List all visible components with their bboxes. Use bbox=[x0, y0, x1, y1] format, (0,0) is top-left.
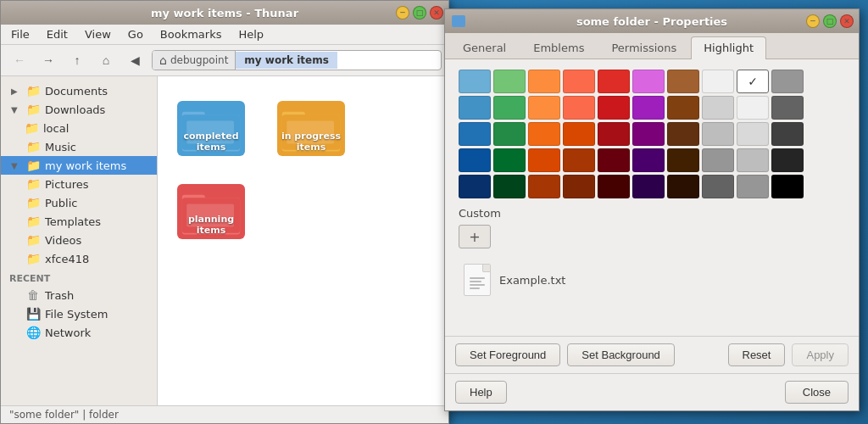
color-swatch[interactable] bbox=[702, 122, 734, 146]
color-swatch[interactable] bbox=[771, 175, 804, 198]
color-swatch[interactable] bbox=[667, 70, 699, 93]
tab-emblems[interactable]: Emblems bbox=[520, 36, 597, 59]
color-swatch[interactable] bbox=[459, 96, 491, 120]
menu-view[interactable]: View bbox=[78, 26, 118, 42]
color-swatch[interactable] bbox=[702, 96, 734, 120]
color-swatch[interactable] bbox=[737, 175, 769, 198]
thunar-maximize-button[interactable]: □ bbox=[413, 6, 426, 20]
color-swatch[interactable] bbox=[598, 70, 630, 93]
color-swatch[interactable] bbox=[667, 122, 699, 146]
color-swatch[interactable] bbox=[667, 148, 699, 172]
nav-left-button[interactable]: ◀ bbox=[123, 48, 147, 72]
thunar-minimize-button[interactable]: ─ bbox=[396, 6, 409, 20]
sidebar-item-my-work-items[interactable]: ▼ 📁 my work items bbox=[1, 156, 157, 175]
apply-button[interactable]: Apply bbox=[792, 343, 849, 366]
color-swatch[interactable] bbox=[632, 70, 665, 93]
thunar-window-controls: ─ □ ✕ bbox=[396, 6, 443, 20]
color-swatch[interactable] bbox=[528, 122, 560, 146]
color-swatch[interactable] bbox=[737, 96, 769, 120]
close-button[interactable]: Close bbox=[785, 381, 849, 404]
props-maximize-button[interactable]: □ bbox=[823, 14, 837, 28]
color-swatch[interactable] bbox=[702, 175, 734, 198]
color-swatch[interactable] bbox=[493, 122, 526, 146]
custom-add-button[interactable]: + bbox=[459, 225, 491, 248]
tab-highlight[interactable]: Highlight bbox=[691, 36, 766, 59]
sidebar-item-videos[interactable]: ▶ 📁 Videos bbox=[1, 231, 157, 249]
color-swatch[interactable] bbox=[598, 96, 630, 120]
color-swatch[interactable] bbox=[528, 175, 560, 198]
color-swatch[interactable] bbox=[459, 148, 491, 172]
color-swatch[interactable] bbox=[632, 122, 665, 146]
color-swatch[interactable] bbox=[528, 70, 560, 93]
props-close-button[interactable]: ✕ bbox=[840, 14, 854, 28]
sidebar-item-pictures[interactable]: ▶ 📁 Pictures bbox=[1, 175, 157, 193]
color-swatch[interactable] bbox=[632, 96, 665, 120]
color-swatch[interactable] bbox=[459, 70, 491, 93]
color-swatch[interactable] bbox=[528, 148, 560, 172]
set-background-button[interactable]: Set Background bbox=[567, 343, 675, 366]
sidebar-item-filesystem[interactable]: ▶ 💾 File System bbox=[1, 304, 157, 323]
tab-permissions[interactable]: Permissions bbox=[598, 36, 689, 59]
color-swatch[interactable] bbox=[459, 175, 491, 198]
color-swatch[interactable] bbox=[563, 122, 595, 146]
color-swatch[interactable] bbox=[563, 175, 595, 198]
back-button[interactable]: ← bbox=[8, 48, 31, 72]
set-foreground-button[interactable]: Set Foreground bbox=[455, 343, 560, 366]
color-swatch[interactable] bbox=[667, 175, 699, 198]
sidebar-item-public[interactable]: ▶ 📁 Public bbox=[1, 193, 157, 212]
color-swatch[interactable] bbox=[737, 148, 769, 172]
tab-general[interactable]: General bbox=[450, 36, 519, 59]
color-swatch[interactable] bbox=[771, 70, 804, 93]
color-swatch[interactable] bbox=[702, 148, 734, 172]
color-swatch[interactable] bbox=[702, 70, 734, 93]
home-button[interactable]: ⌂ bbox=[94, 48, 118, 72]
up-button[interactable]: ↑ bbox=[65, 48, 89, 72]
menu-edit[interactable]: Edit bbox=[40, 26, 75, 42]
color-swatch[interactable] bbox=[528, 96, 560, 120]
folder-thumb-completed: completed items bbox=[177, 101, 245, 156]
sidebar-item-local[interactable]: 📁 local bbox=[1, 119, 157, 137]
color-swatch[interactable] bbox=[667, 96, 699, 120]
menu-bookmarks[interactable]: Bookmarks bbox=[153, 26, 229, 42]
color-swatch[interactable] bbox=[598, 122, 630, 146]
menu-go[interactable]: Go bbox=[121, 26, 150, 42]
sidebar-item-music[interactable]: ▶ 📁 Music bbox=[1, 137, 157, 156]
thunar-close-button[interactable]: ✕ bbox=[430, 6, 443, 20]
sidebar-item-templates[interactable]: ▶ 📁 Templates bbox=[1, 212, 157, 231]
color-swatch[interactable] bbox=[737, 70, 769, 93]
color-swatch[interactable] bbox=[771, 148, 804, 172]
color-swatch[interactable] bbox=[563, 96, 595, 120]
color-swatch[interactable] bbox=[563, 70, 595, 93]
menu-file[interactable]: File bbox=[4, 26, 36, 42]
props-minimize-button[interactable]: ─ bbox=[806, 14, 820, 28]
sidebar-item-documents[interactable]: ▶ 📁 Documents bbox=[1, 81, 157, 100]
reset-button[interactable]: Reset bbox=[728, 343, 786, 366]
forward-button[interactable]: → bbox=[36, 48, 60, 72]
color-swatch[interactable] bbox=[493, 96, 526, 120]
menu-help[interactable]: Help bbox=[231, 26, 270, 42]
color-swatch[interactable] bbox=[632, 148, 665, 172]
folder-completed-items[interactable]: completed items bbox=[164, 83, 258, 159]
color-swatch[interactable] bbox=[459, 122, 491, 146]
color-swatch[interactable] bbox=[563, 148, 595, 172]
sidebar-item-trash[interactable]: ▶ 🗑 Trash bbox=[1, 286, 157, 304]
sidebar-item-xfce418[interactable]: ▶ 📁 xfce418 bbox=[1, 249, 157, 268]
sidebar-item-network[interactable]: ▶ 🌐 Network bbox=[1, 323, 157, 342]
trash-icon: 🗑 bbox=[26, 288, 40, 302]
props-action-bar: Set Foreground Set Background Reset Appl… bbox=[445, 336, 859, 373]
color-swatch[interactable] bbox=[737, 122, 769, 146]
folder-progress-items[interactable]: in progress items bbox=[264, 83, 358, 159]
color-swatch[interactable] bbox=[771, 122, 804, 146]
color-swatch[interactable] bbox=[598, 148, 630, 172]
location-crumb-home[interactable]: ⌂ debugpoint bbox=[153, 51, 236, 70]
color-swatch[interactable] bbox=[493, 70, 526, 93]
color-swatch[interactable] bbox=[598, 175, 630, 198]
help-button[interactable]: Help bbox=[455, 381, 507, 404]
color-swatch[interactable] bbox=[632, 175, 665, 198]
color-swatch[interactable] bbox=[493, 148, 526, 172]
location-crumb-current[interactable]: my work items bbox=[236, 52, 337, 69]
folder-planning-items[interactable]: planning items bbox=[164, 166, 258, 243]
sidebar-item-downloads[interactable]: ▼ 📁 Downloads bbox=[1, 100, 157, 119]
color-swatch[interactable] bbox=[771, 96, 804, 120]
color-swatch[interactable] bbox=[493, 175, 526, 198]
